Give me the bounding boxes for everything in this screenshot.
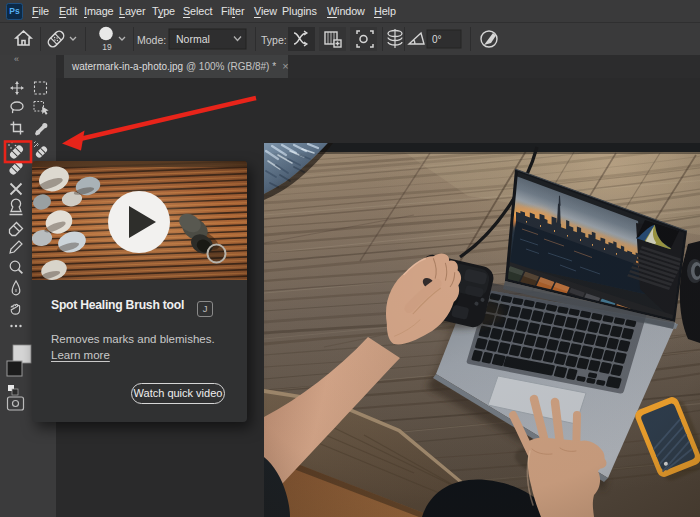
svg-text:«: « — [14, 55, 19, 64]
svg-text:0°: 0° — [432, 34, 442, 45]
svg-text:Normal: Normal — [176, 33, 210, 45]
svg-text:19: 19 — [102, 42, 112, 52]
